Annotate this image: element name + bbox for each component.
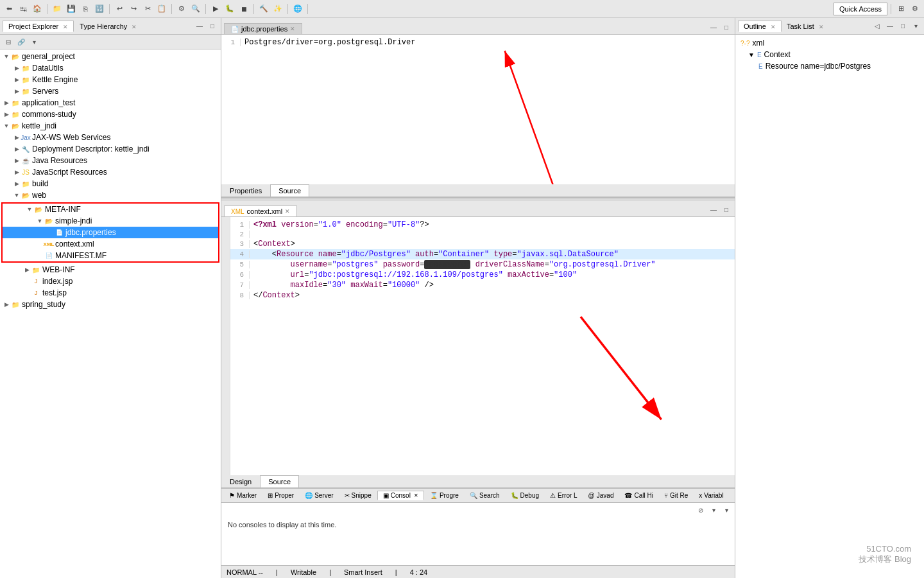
console-tab-proper[interactable]: ⊞ Proper xyxy=(262,491,299,500)
tab-project-explorer-close[interactable]: ✕ xyxy=(63,24,68,30)
tree-web-inf[interactable]: ▶ 📁 WEB-INF xyxy=(0,264,221,276)
tree-datautils[interactable]: ▶ 📁 DataUtils xyxy=(0,62,221,74)
jdbc-tab-close[interactable]: ✕ xyxy=(290,26,295,32)
expand-kettle-jndi[interactable]: ▼ xyxy=(3,122,10,130)
toolbar-btn-7[interactable]: 🔢 xyxy=(93,3,106,15)
console-opts-btn[interactable]: ▾ xyxy=(721,504,732,516)
outline-menu-btn[interactable]: ▾ xyxy=(910,21,921,32)
expand-build[interactable]: ▶ xyxy=(13,180,21,188)
console-clear-btn[interactable]: ⊘ xyxy=(695,504,706,516)
outline-maximize-btn[interactable]: □ xyxy=(897,21,909,32)
expand-apptest[interactable]: ▶ xyxy=(3,99,10,107)
tab-project-explorer[interactable]: Project Explorer ✕ xyxy=(3,21,74,32)
tree-application-test[interactable]: ▶ 📁 application_test xyxy=(0,97,221,109)
toolbar-btn-stop[interactable]: ⏹ xyxy=(237,3,250,15)
toolbar-btn-server[interactable]: 🌐 xyxy=(291,3,304,15)
expand-commons[interactable]: ▶ xyxy=(3,110,10,118)
toolbar-btn-6[interactable]: ⎘ xyxy=(79,3,92,15)
prop-tab-source[interactable]: Source xyxy=(270,184,309,197)
expand-web[interactable]: ▼ xyxy=(13,191,21,199)
console-tab-marker[interactable]: ⚑ Marker xyxy=(224,491,262,500)
tree-jdbc-properties[interactable]: 📄 jdbc.properties xyxy=(3,227,218,238)
tree-web[interactable]: ▼ 📂 web xyxy=(0,189,221,201)
toolbar-btn-debug[interactable]: 🐛 xyxy=(223,3,236,15)
expand-js-resources[interactable]: ▶ xyxy=(13,168,21,176)
toolbar-btn-4[interactable]: 📁 xyxy=(51,3,64,15)
maximize-editor-bottom[interactable]: □ xyxy=(721,204,732,215)
toolbar-btn-13[interactable]: 🔍 xyxy=(189,3,202,15)
maximize-editor-top[interactable]: □ xyxy=(721,21,732,33)
tree-manifest[interactable]: 📄 MANIFEST.MF xyxy=(3,250,218,261)
tree-simple-jndi[interactable]: ▼ 📂 simple-jndi xyxy=(3,215,218,227)
view-menu-btn[interactable]: ▾ xyxy=(28,36,40,48)
console-tab-snippe[interactable]: ✂ Snippe xyxy=(339,491,377,500)
design-tab[interactable]: Design xyxy=(221,475,260,487)
expand-servers[interactable]: ▶ xyxy=(13,87,21,95)
tree-commons-study[interactable]: ▶ 📁 commons-study xyxy=(0,109,221,120)
outline-back-btn[interactable]: ◁ xyxy=(871,21,883,32)
tab-type-hierarchy[interactable]: Type Hierarchy ✕ xyxy=(74,21,142,32)
tab-task-list[interactable]: Task List ✕ xyxy=(782,21,829,31)
console-tab-gitre[interactable]: ⑂ Git Re xyxy=(659,491,693,500)
expand-meta-inf[interactable]: ▼ xyxy=(26,206,33,213)
toolbar-btn-prefs[interactable]: ⚙ xyxy=(909,3,921,15)
outline-minimize-btn[interactable]: — xyxy=(884,21,896,32)
toolbar-btn-1[interactable]: ⬅ xyxy=(3,3,15,15)
tree-general-project[interactable]: ▼ 📂 general_project xyxy=(0,51,221,62)
outline-context[interactable]: ▼ E Context xyxy=(738,49,921,60)
expand-datautils[interactable]: ▶ xyxy=(13,64,21,72)
expand-simple-jndi[interactable]: ▼ xyxy=(36,217,44,225)
console-tab-javad[interactable]: @ Javad xyxy=(583,491,619,500)
toolbar-btn-run[interactable]: ▶ xyxy=(209,3,222,15)
tab-outline[interactable]: Outline ✕ xyxy=(738,21,782,32)
toolbar-btn-clean[interactable]: ✨ xyxy=(271,3,284,15)
link-editor-btn[interactable]: 🔗 xyxy=(15,36,27,48)
expand-jaxws[interactable]: ▶ xyxy=(13,134,21,141)
tree-spring-study[interactable]: ▶ 📁 spring_study xyxy=(0,299,221,310)
prop-tab-properties[interactable]: Properties xyxy=(221,184,270,197)
tab-context-xml[interactable]: XML context.xml ✕ xyxy=(224,206,297,216)
task-list-tab-close[interactable]: ✕ xyxy=(819,24,824,30)
tree-servers[interactable]: ▶ 📁 Servers xyxy=(0,85,221,97)
toolbar-btn-10[interactable]: ✂ xyxy=(141,3,154,15)
tree-js-resources[interactable]: ▶ JS JavaScript Resources xyxy=(0,166,221,178)
expand-general-project[interactable]: ▼ xyxy=(3,53,10,60)
tree-kettle-jndi[interactable]: ▼ 📂 kettle_jndi xyxy=(0,120,221,132)
tree-test-jsp[interactable]: J test.jsp xyxy=(0,287,221,299)
toolbar-btn-11[interactable]: 📋 xyxy=(155,3,168,15)
source-tab[interactable]: Source xyxy=(260,475,299,487)
minimize-panel-btn[interactable]: — xyxy=(194,21,205,32)
context-tab-close[interactable]: ✕ xyxy=(285,208,290,215)
tab-type-hierarchy-close[interactable]: ✕ xyxy=(132,24,137,30)
jdbc-code-editor[interactable]: 1 Postgres/driver=org.postgresql.Driver xyxy=(221,35,735,184)
toolbar-btn-3[interactable]: 🏠 xyxy=(31,3,44,15)
tab-jdbc-properties[interactable]: 📄 jdbc.properties ✕ xyxy=(224,23,302,34)
tree-jaxws[interactable]: ▶ Jax JAX-WS Web Services xyxy=(0,132,221,143)
outline-resource[interactable]: E Resource name=jdbc/Postgres xyxy=(738,60,921,72)
console-tab-consol[interactable]: ▣ Consol ✕ xyxy=(377,491,424,500)
minimize-editor-bottom[interactable]: — xyxy=(708,204,719,215)
console-tab-errorl[interactable]: ⚠ Error L xyxy=(545,491,583,500)
console-tab-callhi[interactable]: ☎ Call Hi xyxy=(619,491,658,500)
expand-deployment[interactable]: ▶ xyxy=(13,145,21,153)
expand-kettle[interactable]: ▶ xyxy=(13,76,21,83)
tree-context-xml[interactable]: XML context.xml xyxy=(3,238,218,250)
tree-kettle-engine[interactable]: ▶ 📁 Kettle Engine xyxy=(0,74,221,85)
console-tab-server[interactable]: 🌐 Server xyxy=(300,491,338,500)
toolbar-btn-5[interactable]: 💾 xyxy=(65,3,78,15)
expand-web-inf[interactable]: ▶ xyxy=(23,266,31,274)
toolbar-perspectives-btn[interactable]: ⊞ xyxy=(894,3,907,15)
toolbar-btn-12[interactable]: ⚙ xyxy=(175,3,188,15)
console-tab-breakp[interactable]: ⬛ Breakp xyxy=(730,491,735,500)
tree-meta-inf[interactable]: ▼ 📂 META-INF xyxy=(3,204,218,215)
outline-tab-close[interactable]: ✕ xyxy=(771,24,776,30)
expand-spring[interactable]: ▶ xyxy=(3,301,10,308)
console-scroll-btn[interactable]: ▾ xyxy=(708,504,719,516)
quick-access-box[interactable]: Quick Access xyxy=(834,3,887,15)
expand-java-resources[interactable]: ▶ xyxy=(13,157,21,164)
collapse-all-btn[interactable]: ⊟ xyxy=(3,36,14,48)
tree-index-jsp[interactable]: J index.jsp xyxy=(0,276,221,287)
tree-build[interactable]: ▶ 📁 build xyxy=(0,178,221,189)
toolbar-btn-2[interactable]: ⭾ xyxy=(17,3,30,15)
context-code-editor[interactable]: 1 <?xml version="1.0" encoding="UTF-8"?>… xyxy=(221,217,735,475)
